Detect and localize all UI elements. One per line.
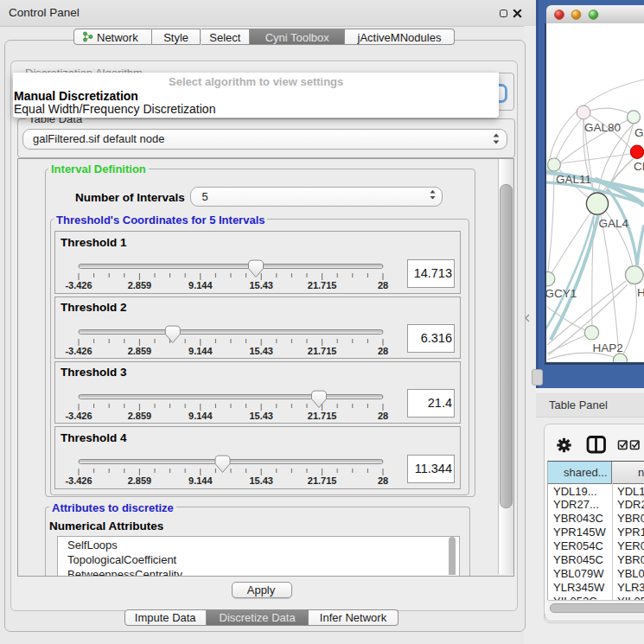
svg-text:28: 28 [378,475,388,486]
svg-text:15.43: 15.43 [249,475,273,486]
svg-text:-3.426: -3.426 [65,280,92,290]
svg-text:9.144: 9.144 [188,411,213,421]
svg-text:28: 28 [378,346,388,356]
svg-text:9.144: 9.144 [188,346,213,356]
svg-text:2.859: 2.859 [128,346,152,356]
svg-text:21.715: 21.715 [308,280,337,290]
svg-text:15.43: 15.43 [249,346,273,356]
svg-text:-3.426: -3.426 [65,411,92,421]
svg-text:H: H [637,286,644,299]
svg-text:15.43: 15.43 [249,280,273,290]
svg-text:28: 28 [378,411,388,421]
svg-text:GAL11: GAL11 [556,173,591,186]
svg-text:9.144: 9.144 [188,475,213,486]
svg-text:2.859: 2.859 [128,475,152,486]
svg-text:21.715: 21.715 [308,346,337,356]
svg-text:15.43: 15.43 [249,411,273,421]
svg-text:GAL80: GAL80 [584,121,621,134]
svg-text:2.859: 2.859 [128,280,152,290]
svg-text:28: 28 [378,280,388,290]
svg-text:HAP2: HAP2 [593,341,623,354]
svg-text:9.144: 9.144 [188,280,213,290]
svg-text:GA: GA [634,126,644,139]
svg-text:CD: CD [634,160,644,173]
svg-text:-3.426: -3.426 [65,346,92,356]
svg-text:21.715: 21.715 [308,475,337,486]
svg-text:GCY1: GCY1 [546,287,577,300]
svg-text:GAL4: GAL4 [599,217,629,230]
svg-text:21.715: 21.715 [308,411,337,421]
svg-text:2.859: 2.859 [128,411,152,421]
svg-text:-3.426: -3.426 [65,475,92,486]
